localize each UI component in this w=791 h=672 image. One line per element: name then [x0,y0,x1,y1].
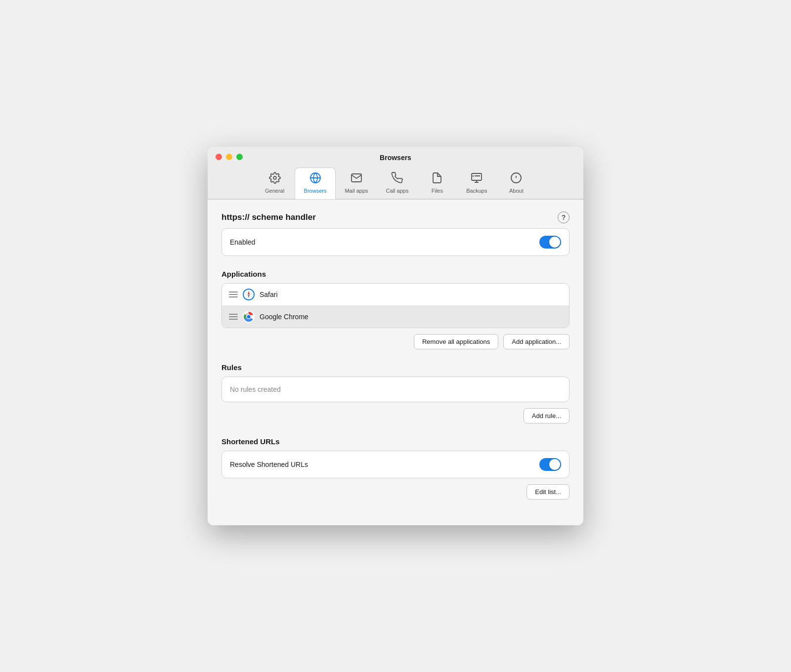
svg-point-21 [247,315,251,319]
edit-list-button[interactable]: Edit list... [527,484,570,500]
tab-about-label: About [509,188,524,194]
add-rule-button[interactable]: Add rule... [524,408,570,423]
tab-backups-label: Backups [466,188,487,194]
resolve-label: Resolve Shortened URLs [230,461,308,468]
tab-files-label: Files [432,188,443,194]
drag-handle-chrome[interactable] [229,314,238,320]
rules-card: No rules created [221,377,570,402]
tab-mail-label: Mail apps [345,188,368,194]
rules-actions: Add rule... [221,408,570,423]
enabled-label: Enabled [230,238,255,246]
app-row-chrome[interactable]: Google Chrome [222,306,569,328]
tab-call[interactable]: Call apps [377,168,418,199]
shortened-urls-actions: Edit list... [221,484,570,500]
rules-section: Rules No rules created Add rule... [221,363,570,423]
applications-title: Applications [221,270,266,278]
tab-browsers[interactable]: Browsers [295,168,336,199]
enabled-row: Enabled [222,229,569,255]
add-application-button[interactable]: Add application... [503,334,570,349]
file-icon [431,172,443,186]
applications-section: Applications [221,270,570,349]
tab-files[interactable]: Files [417,168,457,199]
tab-general[interactable]: General [255,168,295,199]
backups-icon [471,172,483,186]
shortened-urls-header: Shortened URLs [221,437,570,446]
resolve-row: Resolve Shortened URLs [222,451,569,478]
app-actions: Remove all applications Add application.… [221,334,570,349]
applications-section-header: Applications [221,270,570,278]
enabled-toggle[interactable] [539,236,561,249]
info-icon [510,172,522,186]
phone-icon [391,172,403,186]
shortened-urls-title: Shortened URLs [221,437,280,446]
globe-icon [309,172,321,186]
safari-icon [243,289,255,300]
safari-name: Safari [260,291,278,298]
app-list: Safari [221,283,570,328]
main-window: Browsers General [208,147,583,525]
https-card: Enabled [221,228,570,256]
rules-empty-text: No rules created [230,385,281,393]
tab-backups[interactable]: Backups [457,168,496,199]
minimize-button[interactable] [226,154,232,160]
help-button[interactable]: ? [558,211,570,223]
shortened-urls-card: Resolve Shortened URLs [221,451,570,478]
tab-mail[interactable]: Mail apps [336,168,377,199]
mail-icon [351,172,362,186]
maximize-button[interactable] [236,154,243,160]
gear-icon [269,172,281,186]
chrome-icon [243,311,255,323]
https-section: https:// scheme handler ? Enabled [221,211,570,256]
resolve-toggle[interactable] [539,458,561,471]
tab-general-label: General [265,188,284,194]
chrome-name: Google Chrome [260,313,308,321]
https-title: https:// scheme handler [221,212,316,222]
close-button[interactable] [216,154,222,160]
remove-all-button[interactable]: Remove all applications [414,334,498,349]
tab-browsers-label: Browsers [304,188,327,194]
window-title: Browsers [380,154,411,162]
tab-about[interactable]: About [496,168,536,199]
content-area: https:// scheme handler ? Enabled Applic… [208,199,583,525]
svg-point-0 [273,176,276,179]
toolbar: General Browsers [255,168,536,199]
rules-section-header: Rules [221,363,570,372]
app-row-safari[interactable]: Safari [222,284,569,306]
drag-handle-safari[interactable] [229,292,238,297]
tab-call-label: Call apps [386,188,409,194]
svg-rect-3 [472,173,482,180]
https-section-header: https:// scheme handler ? [221,211,570,223]
titlebar: Browsers General [208,147,583,199]
shortened-urls-section: Shortened URLs Resolve Shortened URLs Ed… [221,437,570,500]
rules-title: Rules [221,363,242,372]
traffic-lights [216,154,243,160]
